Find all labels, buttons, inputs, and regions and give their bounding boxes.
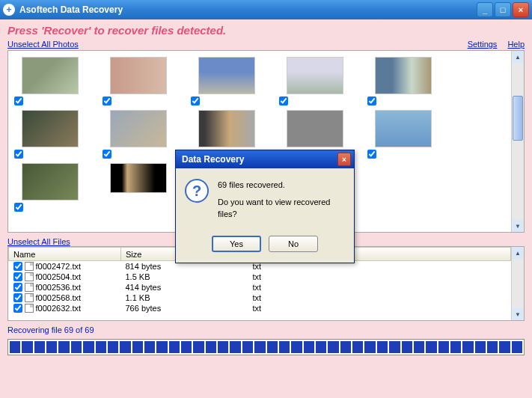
photo-item[interactable] — [367, 57, 435, 105]
progress-block — [132, 341, 143, 353]
window-controls: _ □ × — [477, 2, 529, 17]
progress-block — [22, 341, 32, 353]
dialog-titlebar: Data Recovery × — [176, 150, 354, 168]
progress-block — [426, 341, 436, 353]
dialog-buttons: Yes No — [176, 231, 354, 263]
col-name[interactable]: Name — [9, 248, 121, 261]
photo-item[interactable] — [191, 57, 258, 105]
file-name: f0002504.txt — [36, 272, 82, 281]
progress-block — [181, 341, 192, 353]
table-row[interactable]: f0002632.txt766 bytestxt — [9, 303, 511, 313]
photo-checkbox[interactable] — [14, 203, 23, 212]
recovery-dialog: Data Recovery × ? 69 files recovered. Do… — [175, 150, 355, 263]
photo-checkbox[interactable] — [367, 97, 376, 105]
status-text: Recovering file 69 of 69 — [7, 325, 525, 334]
no-button[interactable]: No — [269, 236, 318, 252]
dialog-title: Data Recovery — [179, 154, 337, 165]
progress-block — [499, 341, 510, 353]
progress-block — [316, 341, 326, 353]
progress-block — [304, 341, 314, 353]
photo-checkbox[interactable] — [14, 150, 23, 159]
progress-block — [279, 341, 290, 353]
progress-block — [254, 341, 265, 353]
file-name: f0002536.txt — [36, 283, 82, 292]
minimize-button[interactable]: _ — [477, 2, 493, 17]
progress-block — [169, 341, 180, 353]
file-checkbox[interactable] — [13, 272, 22, 281]
settings-link[interactable]: Settings — [468, 40, 498, 49]
photo-item[interactable] — [279, 57, 346, 105]
photo-checkbox[interactable] — [103, 97, 111, 105]
unselect-all-photos-link[interactable]: Unselect All Photos — [7, 40, 79, 49]
file-checkbox[interactable] — [13, 304, 22, 313]
file-icon — [25, 283, 34, 292]
unselect-all-files-link[interactable]: Unselect All Files — [7, 237, 70, 246]
file-icon — [25, 262, 34, 271]
photo-thumbnail[interactable] — [110, 110, 167, 147]
table-row[interactable]: f0002568.txt1.1 KBtxt — [9, 293, 511, 303]
photo-item[interactable] — [103, 110, 170, 159]
progress-block — [450, 341, 461, 353]
file-size: 414 bytes — [121, 282, 248, 293]
yes-button[interactable]: Yes — [212, 236, 261, 252]
col-blank[interactable] — [353, 248, 511, 261]
photo-thumbnail[interactable] — [198, 110, 255, 147]
progress-block — [352, 341, 363, 353]
photo-toolbar: Unselect All Photos Settings Help — [7, 40, 525, 49]
dialog-body: ? 69 files recovered. Do you want to vie… — [176, 168, 354, 231]
photo-thumbnail[interactable] — [198, 57, 255, 94]
help-link[interactable]: Help — [507, 40, 525, 49]
photo-thumbnail[interactable] — [22, 163, 79, 200]
progress-block — [96, 341, 106, 353]
photo-item[interactable] — [367, 110, 435, 159]
photo-checkbox[interactable] — [103, 150, 111, 159]
file-checkbox[interactable] — [13, 262, 22, 271]
file-checkbox[interactable] — [13, 283, 22, 292]
photo-item[interactable] — [14, 110, 82, 159]
photo-checkbox[interactable] — [367, 150, 376, 159]
photo-thumbnail[interactable] — [110, 163, 167, 193]
scroll-down-icon[interactable]: ▼ — [513, 220, 523, 232]
photo-thumbnail[interactable] — [287, 57, 343, 94]
close-button[interactable]: × — [513, 2, 529, 17]
file-name: f0002632.txt — [36, 304, 82, 313]
scroll-up-icon[interactable]: ▲ — [513, 51, 523, 63]
photo-thumbnail[interactable] — [110, 57, 167, 94]
maximize-button[interactable]: □ — [495, 2, 511, 17]
photo-scrollbar[interactable]: ▲ ▼ — [511, 51, 524, 232]
photo-thumbnail[interactable] — [287, 110, 343, 147]
dialog-text: 69 files recovered. Do you want to view … — [218, 179, 345, 225]
file-icon — [25, 304, 34, 313]
photo-checkbox[interactable] — [14, 97, 23, 105]
photo-thumbnail[interactable] — [375, 57, 432, 94]
photo-item[interactable] — [14, 57, 82, 105]
file-scrollbar[interactable]: ▲ ▼ — [511, 247, 524, 320]
progress-block — [193, 341, 204, 353]
file-icon — [25, 293, 34, 302]
scroll-down-icon[interactable]: ▼ — [513, 308, 523, 320]
photo-item[interactable] — [103, 163, 170, 212]
progress-bar — [7, 339, 525, 355]
progress-block — [438, 341, 449, 353]
progress-block — [340, 341, 351, 353]
scroll-thumb[interactable] — [513, 96, 523, 141]
photo-item[interactable] — [14, 163, 82, 212]
photo-thumbnail[interactable] — [375, 110, 432, 147]
table-row[interactable]: f0002536.txt414 bytestxt — [9, 282, 511, 293]
progress-block — [364, 341, 375, 353]
file-checkbox[interactable] — [13, 293, 22, 302]
progress-block — [389, 341, 400, 353]
file-size: 1.1 KB — [121, 293, 248, 303]
file-icon — [25, 272, 34, 281]
progress-block — [218, 341, 228, 353]
photo-thumbnail[interactable] — [22, 110, 79, 147]
photo-item[interactable] — [103, 57, 170, 105]
scroll-up-icon[interactable]: ▲ — [513, 247, 523, 259]
photo-checkbox[interactable] — [279, 97, 288, 105]
table-row[interactable]: f0002504.txt1.5 KBtxt — [9, 272, 511, 282]
dialog-close-button[interactable]: × — [337, 153, 351, 166]
photo-thumbnail[interactable] — [22, 57, 79, 94]
photo-checkbox[interactable] — [191, 97, 200, 105]
progress-block — [402, 341, 412, 353]
progress-block — [328, 341, 338, 353]
